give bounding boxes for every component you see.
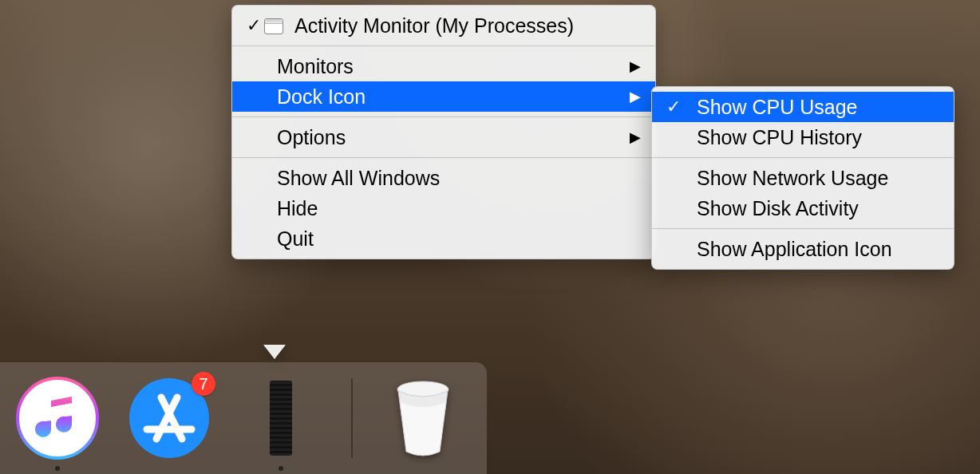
dock: 7 xyxy=(0,362,487,474)
submenu-item-show-cpu-usage[interactable]: ✓ Show CPU Usage xyxy=(652,92,954,122)
submenu-arrow-icon: ▶ xyxy=(630,128,641,146)
dock-item-itunes[interactable] xyxy=(16,377,99,460)
menu-item-label: Show Application Icon xyxy=(697,238,892,261)
menu-item-label: Hide xyxy=(277,197,318,220)
menu-item-window[interactable]: ✓ Activity Monitor (My Processes) xyxy=(232,10,655,41)
menu-item-label: Show All Windows xyxy=(277,167,440,190)
running-indicator xyxy=(55,466,60,471)
submenu-item-show-application-icon[interactable]: Show Application Icon xyxy=(652,234,954,264)
menu-separator xyxy=(232,157,655,158)
menu-item-label: Quit xyxy=(277,227,314,251)
menu-item-label: Show CPU History xyxy=(697,126,862,149)
dock-item-app-store[interactable]: 7 xyxy=(128,377,211,460)
menu-item-dock-icon[interactable]: Dock Icon ▶ xyxy=(232,81,655,112)
menu-item-show-all-windows[interactable]: Show All Windows xyxy=(232,163,655,193)
menu-item-label: Options xyxy=(277,126,346,149)
menu-item-quit[interactable]: Quit xyxy=(232,223,655,254)
app-store-badge: 7 xyxy=(192,372,215,396)
submenu-item-show-cpu-history[interactable]: Show CPU History xyxy=(652,122,954,152)
running-indicator xyxy=(279,466,283,471)
menu-item-options[interactable]: Options ▶ xyxy=(232,122,655,152)
menu-item-hide[interactable]: Hide xyxy=(232,193,655,223)
menu-pointer-tail xyxy=(263,345,286,359)
itunes-icon xyxy=(16,377,99,460)
menu-item-label: Show CPU Usage xyxy=(697,96,857,119)
activity-monitor-cpu-icon xyxy=(270,381,292,456)
checkmark-icon: ✓ xyxy=(666,97,681,117)
menu-item-monitors[interactable]: Monitors ▶ xyxy=(232,51,655,81)
badge-count: 7 xyxy=(199,375,207,393)
dock-context-menu: ✓ Activity Monitor (My Processes) Monito… xyxy=(231,5,656,259)
window-icon xyxy=(264,14,290,38)
dock-divider xyxy=(351,378,353,458)
checkmark-icon: ✓ xyxy=(247,15,261,36)
menu-item-label: Show Network Usage xyxy=(697,167,888,190)
menu-separator xyxy=(652,228,954,229)
dock-item-activity-monitor[interactable] xyxy=(239,377,322,460)
submenu-item-show-disk-activity[interactable]: Show Disk Activity xyxy=(652,193,954,223)
submenu-arrow-icon: ▶ xyxy=(630,57,641,75)
menu-separator xyxy=(652,157,954,158)
menu-item-label: Dock Icon xyxy=(277,85,366,109)
trash-icon xyxy=(387,378,459,458)
menu-separator xyxy=(232,117,655,117)
menu-separator xyxy=(232,45,655,46)
menu-item-label: Show Disk Activity xyxy=(697,197,859,220)
submenu-arrow-icon: ▶ xyxy=(630,88,641,105)
dock-icon-submenu: ✓ Show CPU Usage Show CPU History Show N… xyxy=(651,86,954,270)
menu-item-label: Monitors xyxy=(277,55,354,78)
submenu-item-show-network-usage[interactable]: Show Network Usage xyxy=(652,163,954,193)
menu-item-label: Activity Monitor (My Processes) xyxy=(277,14,574,38)
dock-item-trash[interactable] xyxy=(381,377,464,460)
